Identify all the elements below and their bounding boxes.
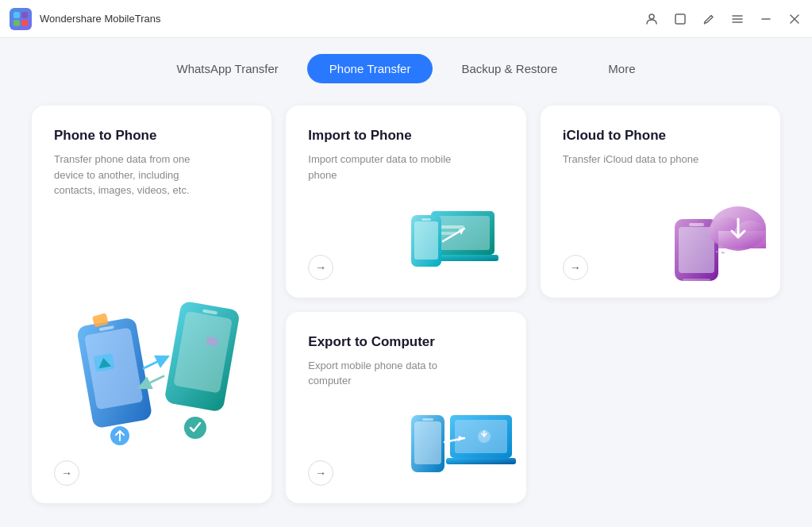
menu-button[interactable] <box>729 11 745 27</box>
svg-rect-35 <box>689 223 704 226</box>
card-phone-to-phone[interactable]: Phone to Phone Transfer phone data from … <box>32 106 271 503</box>
window-button[interactable] <box>672 11 688 27</box>
svg-rect-3 <box>21 20 28 26</box>
svg-rect-27 <box>441 225 464 229</box>
app-icon <box>10 8 32 30</box>
svg-rect-5 <box>675 14 685 24</box>
card-import-to-phone[interactable]: Import to Phone Import computer data to … <box>286 106 525 298</box>
card-export-to-computer[interactable]: Export to Computer Export mobile phone d… <box>286 312 525 504</box>
svg-rect-45 <box>422 418 433 421</box>
edit-button[interactable] <box>701 11 717 27</box>
svg-rect-36 <box>683 279 710 281</box>
tab-backup[interactable]: Backup & Restore <box>439 54 579 83</box>
svg-rect-48 <box>446 458 516 464</box>
card-import-arrow[interactable]: → <box>308 255 333 280</box>
svg-rect-31 <box>421 218 431 221</box>
svg-rect-0 <box>13 12 20 18</box>
card-icloud-title: iCloud to Phone <box>563 128 758 144</box>
svg-rect-1 <box>21 12 28 18</box>
card-export-arrow[interactable]: → <box>308 460 333 486</box>
svg-rect-30 <box>414 221 438 260</box>
close-button[interactable] <box>787 11 802 27</box>
svg-rect-2 <box>13 20 20 26</box>
card-icloud-to-phone[interactable]: iCloud to Phone Transfer iCloud data to … <box>541 106 780 298</box>
icloud-illustration <box>671 191 774 283</box>
svg-point-4 <box>649 14 654 19</box>
profile-button[interactable] <box>644 11 660 27</box>
tab-more[interactable]: More <box>586 54 657 83</box>
card-phone-to-phone-desc: Transfer phone data from one device to a… <box>54 152 197 198</box>
tab-phone[interactable]: Phone Transfer <box>307 54 433 83</box>
app-title: Wondershare MobileTrans <box>40 13 160 25</box>
cards-grid: Phone to Phone Transfer phone data from … <box>32 106 780 503</box>
card-import-desc: Import computer data to mobile phone <box>308 152 451 183</box>
phone-to-phone-illustration <box>48 289 255 464</box>
card-export-title: Export to Computer <box>308 334 503 350</box>
card-phone-to-phone-title: Phone to Phone <box>54 128 249 144</box>
minimize-button[interactable] <box>758 11 774 27</box>
card-icloud-arrow[interactable]: → <box>563 255 588 280</box>
nav-tabs: WhatsApp Transfer Phone Transfer Backup … <box>32 38 780 106</box>
import-illustration <box>407 187 518 283</box>
svg-rect-44 <box>414 421 441 464</box>
card-import-title: Import to Phone <box>308 128 503 144</box>
main-content: WhatsApp Transfer Phone Transfer Backup … <box>0 38 812 527</box>
tab-whatsapp[interactable]: WhatsApp Transfer <box>154 54 300 83</box>
title-bar: Wondershare MobileTrans <box>0 0 812 38</box>
title-bar-controls <box>644 11 802 27</box>
title-bar-left: Wondershare MobileTrans <box>10 8 160 30</box>
card-phone-to-phone-arrow[interactable]: → <box>54 460 79 486</box>
card-export-desc: Export mobile phone data to computer <box>308 358 451 389</box>
card-icloud-desc: Transfer iCloud data to phone <box>563 152 706 167</box>
export-illustration <box>405 393 520 488</box>
